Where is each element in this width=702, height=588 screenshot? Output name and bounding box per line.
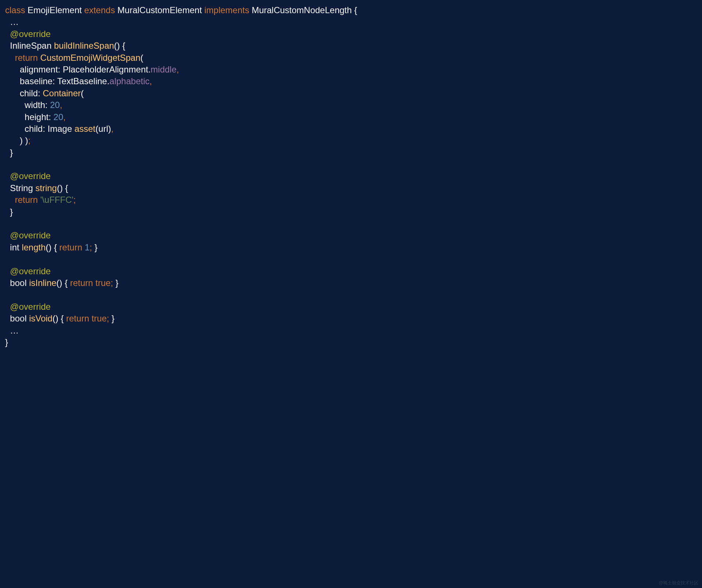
code-line: child: Image asset(url), bbox=[5, 124, 113, 134]
code-line bbox=[5, 159, 8, 169]
code-line: return CustomEmojiWidgetSpan( bbox=[5, 53, 143, 63]
code-line: … bbox=[5, 17, 19, 27]
code-line: width: 20, bbox=[5, 100, 62, 110]
code-line: int length() { return 1; } bbox=[5, 242, 97, 252]
code-line: } bbox=[5, 148, 13, 157]
code-line: class EmojiElement extends MuralCustomEl… bbox=[5, 5, 357, 15]
code-line: @override bbox=[5, 266, 51, 276]
code-line: return '\uFFFC'; bbox=[5, 195, 76, 205]
code-line: @override bbox=[5, 302, 51, 312]
code-line: InlineSpan buildInlineSpan() { bbox=[5, 41, 125, 51]
code-line: bool isInline() { return true; } bbox=[5, 278, 119, 288]
code-block: class EmojiElement extends MuralCustomEl… bbox=[5, 4, 697, 348]
code-line: String string() { bbox=[5, 183, 68, 193]
code-line bbox=[5, 219, 8, 228]
code-line: … bbox=[5, 325, 19, 335]
code-line: ) ); bbox=[5, 135, 30, 145]
code-line bbox=[5, 290, 8, 299]
code-line: baseline: TextBaseline.alphabetic, bbox=[5, 76, 152, 86]
code-line: @override bbox=[5, 171, 51, 181]
code-line: @override bbox=[5, 230, 51, 240]
code-line: alignment: PlaceholderAlignment.middle, bbox=[5, 64, 179, 74]
code-line: @override bbox=[5, 29, 51, 39]
code-line: } bbox=[5, 207, 13, 217]
code-line: child: Container( bbox=[5, 88, 84, 98]
code-line: } bbox=[5, 337, 8, 347]
code-line: height: 20, bbox=[5, 112, 66, 122]
code-line: bool isVoid() { return true; } bbox=[5, 313, 115, 323]
watermark-text: @稀土掘金技术社区 bbox=[659, 580, 698, 586]
code-line bbox=[5, 254, 8, 264]
